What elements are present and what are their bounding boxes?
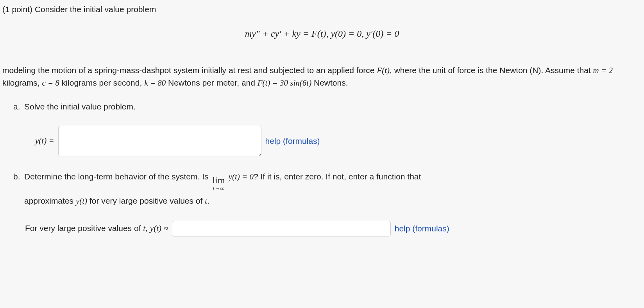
problem-header: (1 point) Consider the initial value pro… bbox=[2, 3, 642, 16]
help-link-a[interactable]: help (formulas) bbox=[265, 135, 320, 147]
part-b-text-line1: Determine the long-term behavior of the … bbox=[24, 172, 421, 181]
part-b-marker: b. bbox=[13, 170, 20, 183]
part-b-label: For very large positive values of t, y(t… bbox=[25, 222, 168, 235]
part-a-marker: a. bbox=[13, 100, 20, 113]
part-a: a. Solve the initial value problem. y(t)… bbox=[13, 100, 642, 157]
part-a-input[interactable] bbox=[58, 126, 261, 156]
lim-symbol: limt→∞ bbox=[212, 175, 225, 192]
part-b: b. Determine the long-term behavior of t… bbox=[13, 170, 642, 236]
part-b-input[interactable] bbox=[172, 221, 391, 236]
problem-body: modeling the motion of a spring-mass-das… bbox=[2, 64, 642, 90]
help-link-b[interactable]: help (formulas) bbox=[395, 222, 449, 235]
points-label: (1 point) bbox=[2, 5, 32, 14]
part-a-text: Solve the initial value problem. bbox=[24, 102, 136, 111]
part-a-label: y(t) = bbox=[35, 135, 54, 147]
main-equation: my″ + cy′ + ky = F(t), y(0) = 0, y′(0) =… bbox=[2, 27, 642, 41]
part-b-text-line2: approximates y(t) for very large positiv… bbox=[24, 195, 642, 208]
intro-text: Consider the initial value problem bbox=[35, 5, 156, 14]
